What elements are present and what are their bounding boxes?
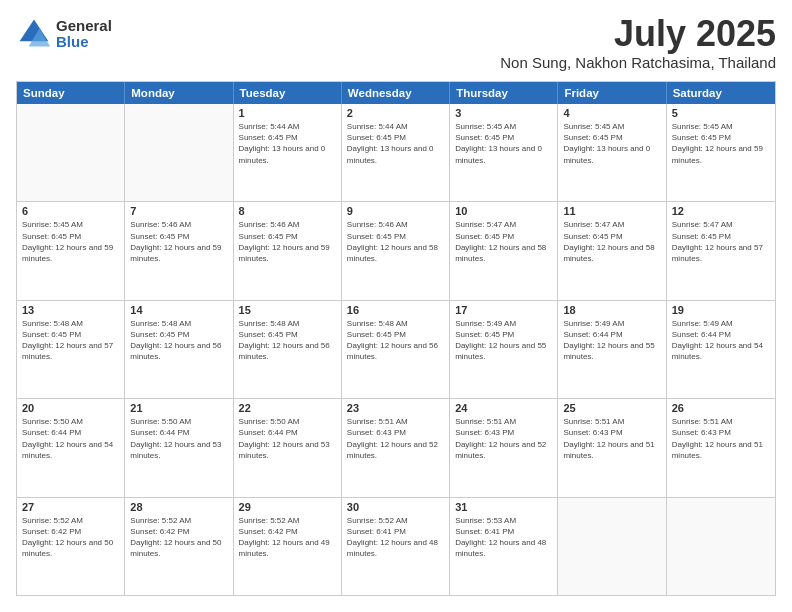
- day-info: Sunrise: 5:45 AMSunset: 6:45 PMDaylight:…: [22, 219, 119, 264]
- title-block: July 2025 Non Sung, Nakhon Ratchasima, T…: [500, 16, 776, 71]
- day-number: 10: [455, 205, 552, 217]
- day-number: 19: [672, 304, 770, 316]
- calendar-cell: 5Sunrise: 5:45 AMSunset: 6:45 PMDaylight…: [667, 104, 775, 201]
- day-number: 24: [455, 402, 552, 414]
- calendar-cell: [558, 498, 666, 595]
- calendar-cell: 23Sunrise: 5:51 AMSunset: 6:43 PMDayligh…: [342, 399, 450, 496]
- day-info: Sunrise: 5:49 AMSunset: 6:44 PMDaylight:…: [563, 318, 660, 363]
- day-info: Sunrise: 5:49 AMSunset: 6:44 PMDaylight:…: [672, 318, 770, 363]
- day-info: Sunrise: 5:49 AMSunset: 6:45 PMDaylight:…: [455, 318, 552, 363]
- day-number: 22: [239, 402, 336, 414]
- day-info: Sunrise: 5:48 AMSunset: 6:45 PMDaylight:…: [130, 318, 227, 363]
- calendar-row-5: 27Sunrise: 5:52 AMSunset: 6:42 PMDayligh…: [17, 497, 775, 595]
- location-title: Non Sung, Nakhon Ratchasima, Thailand: [500, 54, 776, 71]
- calendar-cell: 12Sunrise: 5:47 AMSunset: 6:45 PMDayligh…: [667, 202, 775, 299]
- calendar-cell: 11Sunrise: 5:47 AMSunset: 6:45 PMDayligh…: [558, 202, 666, 299]
- day-number: 11: [563, 205, 660, 217]
- day-number: 28: [130, 501, 227, 513]
- calendar-cell: 22Sunrise: 5:50 AMSunset: 6:44 PMDayligh…: [234, 399, 342, 496]
- header-day-sunday: Sunday: [17, 82, 125, 104]
- header-day-saturday: Saturday: [667, 82, 775, 104]
- calendar-cell: 16Sunrise: 5:48 AMSunset: 6:45 PMDayligh…: [342, 301, 450, 398]
- day-info: Sunrise: 5:46 AMSunset: 6:45 PMDaylight:…: [347, 219, 444, 264]
- day-info: Sunrise: 5:48 AMSunset: 6:45 PMDaylight:…: [239, 318, 336, 363]
- logo-line1: General: [56, 18, 112, 35]
- day-number: 27: [22, 501, 119, 513]
- day-number: 14: [130, 304, 227, 316]
- calendar-cell: 24Sunrise: 5:51 AMSunset: 6:43 PMDayligh…: [450, 399, 558, 496]
- day-number: 25: [563, 402, 660, 414]
- day-number: 2: [347, 107, 444, 119]
- day-info: Sunrise: 5:50 AMSunset: 6:44 PMDaylight:…: [22, 416, 119, 461]
- day-info: Sunrise: 5:52 AMSunset: 6:42 PMDaylight:…: [239, 515, 336, 560]
- day-number: 17: [455, 304, 552, 316]
- page: General Blue July 2025 Non Sung, Nakhon …: [0, 0, 792, 612]
- logo-icon: [16, 16, 52, 52]
- day-number: 21: [130, 402, 227, 414]
- calendar-cell: 18Sunrise: 5:49 AMSunset: 6:44 PMDayligh…: [558, 301, 666, 398]
- day-number: 20: [22, 402, 119, 414]
- day-info: Sunrise: 5:45 AMSunset: 6:45 PMDaylight:…: [563, 121, 660, 166]
- day-number: 13: [22, 304, 119, 316]
- header-day-thursday: Thursday: [450, 82, 558, 104]
- calendar-cell: 6Sunrise: 5:45 AMSunset: 6:45 PMDaylight…: [17, 202, 125, 299]
- day-number: 26: [672, 402, 770, 414]
- calendar-body: 1Sunrise: 5:44 AMSunset: 6:45 PMDaylight…: [17, 104, 775, 595]
- day-info: Sunrise: 5:44 AMSunset: 6:45 PMDaylight:…: [239, 121, 336, 166]
- logo-text: General Blue: [56, 18, 112, 51]
- month-title: July 2025: [500, 16, 776, 52]
- day-info: Sunrise: 5:50 AMSunset: 6:44 PMDaylight:…: [239, 416, 336, 461]
- calendar-cell: 3Sunrise: 5:45 AMSunset: 6:45 PMDaylight…: [450, 104, 558, 201]
- day-info: Sunrise: 5:47 AMSunset: 6:45 PMDaylight:…: [672, 219, 770, 264]
- calendar-header: SundayMondayTuesdayWednesdayThursdayFrid…: [17, 82, 775, 104]
- day-number: 23: [347, 402, 444, 414]
- day-number: 7: [130, 205, 227, 217]
- day-number: 8: [239, 205, 336, 217]
- calendar-cell: 8Sunrise: 5:46 AMSunset: 6:45 PMDaylight…: [234, 202, 342, 299]
- calendar-cell: 19Sunrise: 5:49 AMSunset: 6:44 PMDayligh…: [667, 301, 775, 398]
- day-info: Sunrise: 5:48 AMSunset: 6:45 PMDaylight:…: [22, 318, 119, 363]
- calendar-cell: [125, 104, 233, 201]
- day-number: 4: [563, 107, 660, 119]
- day-number: 16: [347, 304, 444, 316]
- calendar-cell: 25Sunrise: 5:51 AMSunset: 6:43 PMDayligh…: [558, 399, 666, 496]
- calendar-cell: 28Sunrise: 5:52 AMSunset: 6:42 PMDayligh…: [125, 498, 233, 595]
- calendar-cell: 27Sunrise: 5:52 AMSunset: 6:42 PMDayligh…: [17, 498, 125, 595]
- header-day-friday: Friday: [558, 82, 666, 104]
- calendar-row-1: 1Sunrise: 5:44 AMSunset: 6:45 PMDaylight…: [17, 104, 775, 201]
- day-info: Sunrise: 5:48 AMSunset: 6:45 PMDaylight:…: [347, 318, 444, 363]
- day-info: Sunrise: 5:46 AMSunset: 6:45 PMDaylight:…: [239, 219, 336, 264]
- header-day-wednesday: Wednesday: [342, 82, 450, 104]
- calendar-cell: 4Sunrise: 5:45 AMSunset: 6:45 PMDaylight…: [558, 104, 666, 201]
- day-info: Sunrise: 5:51 AMSunset: 6:43 PMDaylight:…: [347, 416, 444, 461]
- day-info: Sunrise: 5:45 AMSunset: 6:45 PMDaylight:…: [455, 121, 552, 166]
- day-number: 3: [455, 107, 552, 119]
- day-info: Sunrise: 5:51 AMSunset: 6:43 PMDaylight:…: [672, 416, 770, 461]
- calendar-cell: 17Sunrise: 5:49 AMSunset: 6:45 PMDayligh…: [450, 301, 558, 398]
- day-info: Sunrise: 5:47 AMSunset: 6:45 PMDaylight:…: [563, 219, 660, 264]
- calendar-cell: 9Sunrise: 5:46 AMSunset: 6:45 PMDaylight…: [342, 202, 450, 299]
- day-info: Sunrise: 5:45 AMSunset: 6:45 PMDaylight:…: [672, 121, 770, 166]
- day-info: Sunrise: 5:44 AMSunset: 6:45 PMDaylight:…: [347, 121, 444, 166]
- day-info: Sunrise: 5:47 AMSunset: 6:45 PMDaylight:…: [455, 219, 552, 264]
- day-number: 30: [347, 501, 444, 513]
- day-number: 29: [239, 501, 336, 513]
- calendar-cell: 31Sunrise: 5:53 AMSunset: 6:41 PMDayligh…: [450, 498, 558, 595]
- calendar-cell: 2Sunrise: 5:44 AMSunset: 6:45 PMDaylight…: [342, 104, 450, 201]
- calendar-cell: 10Sunrise: 5:47 AMSunset: 6:45 PMDayligh…: [450, 202, 558, 299]
- calendar-cell: 21Sunrise: 5:50 AMSunset: 6:44 PMDayligh…: [125, 399, 233, 496]
- calendar-cell: [17, 104, 125, 201]
- calendar: SundayMondayTuesdayWednesdayThursdayFrid…: [16, 81, 776, 596]
- day-info: Sunrise: 5:52 AMSunset: 6:42 PMDaylight:…: [130, 515, 227, 560]
- day-number: 18: [563, 304, 660, 316]
- calendar-cell: 14Sunrise: 5:48 AMSunset: 6:45 PMDayligh…: [125, 301, 233, 398]
- logo: General Blue: [16, 16, 112, 52]
- day-info: Sunrise: 5:52 AMSunset: 6:42 PMDaylight:…: [22, 515, 119, 560]
- calendar-row-4: 20Sunrise: 5:50 AMSunset: 6:44 PMDayligh…: [17, 398, 775, 496]
- day-info: Sunrise: 5:52 AMSunset: 6:41 PMDaylight:…: [347, 515, 444, 560]
- day-number: 5: [672, 107, 770, 119]
- day-info: Sunrise: 5:51 AMSunset: 6:43 PMDaylight:…: [563, 416, 660, 461]
- day-number: 6: [22, 205, 119, 217]
- header-day-monday: Monday: [125, 82, 233, 104]
- day-info: Sunrise: 5:46 AMSunset: 6:45 PMDaylight:…: [130, 219, 227, 264]
